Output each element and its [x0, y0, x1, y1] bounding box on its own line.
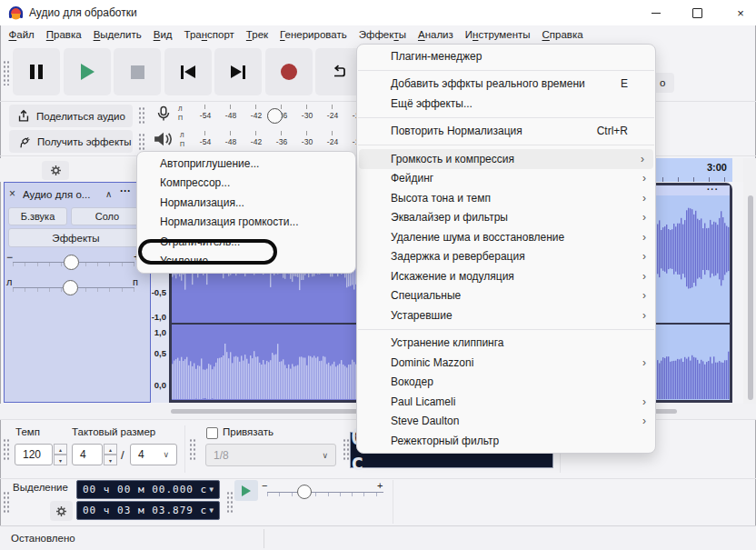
- maximize-button[interactable]: [677, 0, 717, 25]
- ruler-label: 0,0: [151, 380, 166, 390]
- effects-menu-item[interactable]: Плагин-менеджер ›: [357, 46, 655, 66]
- menubar-item[interactable]: Справка: [536, 29, 589, 40]
- submenu-item[interactable]: Нормализация громкости...: [137, 213, 355, 233]
- toolbar-grip[interactable]: [226, 491, 234, 515]
- get-effects-button[interactable]: Получить эффекты: [9, 130, 133, 153]
- selection-end-field[interactable]: 00 ч 03 м 03.879 с ▼: [76, 501, 220, 520]
- effects-menu-item[interactable]: Эквалайзер и фильтры ›: [357, 208, 655, 228]
- play-icon: [242, 485, 251, 496]
- track-menu-kebab-icon[interactable]: ···: [120, 185, 131, 197]
- time-signature-label: Тактовый размер: [72, 426, 155, 437]
- pause-button[interactable]: [13, 48, 60, 95]
- effects-menu-item[interactable]: Dominic Mazzoni ›: [357, 353, 655, 373]
- spinner-up-icon[interactable]: ▴: [104, 444, 117, 455]
- minimize-button[interactable]: [636, 0, 676, 25]
- menubar-item[interactable]: Выделить: [87, 29, 147, 40]
- menubar-item[interactable]: Правка: [40, 29, 87, 40]
- vertical-scrollbar-thumb[interactable]: [748, 195, 753, 400]
- effects-menu-item[interactable]: Режекторный фильтр ›: [357, 431, 655, 451]
- ruler-label: 0,5: [151, 348, 166, 358]
- time-signature-spinner[interactable]: ▴ ▾: [104, 444, 117, 465]
- menubar-item[interactable]: Инструменты: [459, 29, 536, 40]
- dropdown-arrow-icon[interactable]: ▼: [209, 485, 214, 494]
- recording-volume-slider[interactable]: [267, 108, 283, 124]
- selection-options-button[interactable]: [50, 501, 73, 521]
- meter-scale-value: -36: [269, 137, 294, 146]
- meter-grip[interactable]: [138, 106, 145, 125]
- track-title[interactable]: Аудио для о...: [23, 189, 101, 200]
- meter-scale-value: -24: [320, 111, 345, 120]
- effects-menu-item[interactable]: Фейдинг ›: [357, 169, 655, 189]
- effects-menu-item[interactable]: Повторить Нормализация Ctrl+R ›: [357, 122, 655, 142]
- tempo-spinner[interactable]: ▴ ▾: [54, 444, 67, 465]
- tempo-input[interactable]: 120: [15, 444, 53, 465]
- share-audio-button[interactable]: Поделиться аудио: [9, 105, 133, 127]
- play-at-speed-button[interactable]: [234, 480, 258, 501]
- spinner-down-icon[interactable]: ▾: [104, 455, 117, 465]
- speed-slider-handle[interactable]: [297, 485, 312, 499]
- toolbar-grip[interactable]: [343, 438, 350, 462]
- skip-to-end-button[interactable]: [214, 48, 262, 95]
- submenu-chevron-icon: ›: [637, 250, 646, 263]
- track-effects-button[interactable]: Эффекты: [8, 228, 144, 247]
- submenu-item[interactable]: Нормализация...: [137, 193, 355, 213]
- skip-to-start-button[interactable]: [164, 48, 212, 95]
- speed-max-label: +: [377, 480, 383, 491]
- toolbar-grip[interactable]: [3, 491, 10, 515]
- time-signature-slash: /: [121, 448, 124, 462]
- menubar-item[interactable]: Вид: [147, 29, 178, 40]
- effects-menu-item[interactable]: Задержка и реверберация ›: [357, 247, 655, 267]
- effects-menu-item[interactable]: Громкость и компрессия ›: [359, 149, 653, 169]
- mute-button[interactable]: Б.звука: [8, 207, 67, 225]
- effects-menu-item[interactable]: Добавить эффкты реального времени E ›: [357, 75, 655, 95]
- menubar-item[interactable]: Эффекты: [353, 29, 412, 40]
- effects-menu-item[interactable]: Steve Daulton ›: [357, 412, 655, 432]
- menubar-item[interactable]: Транспорт: [178, 29, 240, 40]
- skip-end-icon: [231, 65, 245, 79]
- submenu-item[interactable]: Автоприглушение...: [137, 154, 355, 174]
- toolbar-grip[interactable]: [189, 438, 196, 462]
- close-button[interactable]: ×: [721, 0, 756, 25]
- time-signature-numerator-input[interactable]: 4: [72, 444, 103, 465]
- selection-label: Выделение: [13, 482, 68, 493]
- menu-shortcut: Ctrl+R: [597, 125, 628, 137]
- toolbar-grip[interactable]: [3, 60, 10, 85]
- spinner-down-icon[interactable]: ▾: [54, 455, 67, 465]
- submenu-item[interactable]: Компрессор...: [137, 174, 355, 194]
- spinner-up-icon[interactable]: ▴: [54, 444, 67, 455]
- clip-header[interactable]: ···: [656, 185, 730, 195]
- meter-grip[interactable]: [138, 133, 145, 151]
- menubar-item[interactable]: Трек: [240, 29, 274, 40]
- track-close-icon[interactable]: ×: [9, 187, 15, 200]
- pan-slider-handle[interactable]: [63, 280, 78, 295]
- time-signature-denominator-dropdown[interactable]: 4 ∨: [130, 444, 177, 465]
- record-button[interactable]: [265, 48, 313, 95]
- effects-menu-item[interactable]: Искажение и модуляция ›: [357, 266, 655, 286]
- effects-menu-item[interactable]: Вокодер ›: [357, 373, 655, 393]
- effects-menu-item[interactable]: Ещё эффекты... ›: [357, 94, 655, 114]
- play-button[interactable]: [64, 48, 111, 95]
- gain-slider-handle[interactable]: [64, 255, 79, 270]
- record-meter-left-label: Л: [178, 105, 183, 112]
- effects-menu-item[interactable]: Высота тона и темп ›: [357, 188, 655, 208]
- effects-menu-item[interactable]: Специальные ›: [357, 286, 655, 306]
- clip-menu-kebab-icon[interactable]: ···: [707, 185, 719, 195]
- stop-button[interactable]: [114, 48, 161, 95]
- effects-menu-item[interactable]: Устаревшие ›: [357, 305, 655, 325]
- timeline-options-button[interactable]: [42, 161, 69, 180]
- snap-checkbox[interactable]: [206, 427, 218, 439]
- track-collapse-icon[interactable]: ∧: [105, 189, 112, 199]
- loop-icon: [330, 64, 348, 80]
- snap-interval-dropdown[interactable]: 1/8 ∨: [205, 444, 336, 466]
- menubar-item[interactable]: Генерировать: [274, 29, 353, 40]
- menubar-item[interactable]: Анализ: [412, 29, 459, 40]
- effects-menu-item[interactable]: Удаление шума и восстановление ›: [357, 227, 655, 247]
- menubar-item[interactable]: Файл: [3, 29, 40, 40]
- dropdown-arrow-icon[interactable]: ▼: [209, 506, 214, 515]
- submenu-chevron-icon: ›: [637, 231, 646, 244]
- solo-button[interactable]: Соло: [71, 207, 144, 225]
- effects-menu-item[interactable]: Paul Licameli ›: [357, 392, 655, 412]
- selection-start-field[interactable]: 00 ч 00 м 00.000 с ▼: [76, 480, 220, 499]
- toolbar-grip[interactable]: [3, 438, 10, 462]
- effects-menu-item[interactable]: Устранение клиппинга ›: [357, 334, 655, 354]
